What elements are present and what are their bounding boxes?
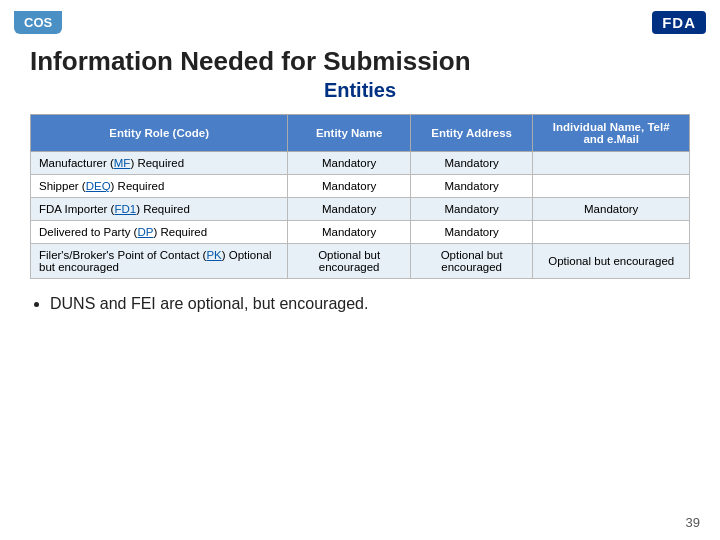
cell-individual bbox=[533, 175, 690, 198]
fda-logo: FDA bbox=[652, 11, 706, 34]
col-header-name: Entity Name bbox=[288, 115, 411, 152]
cell-role: Shipper (DEQ) Required bbox=[31, 175, 288, 198]
cell-address: Mandatory bbox=[410, 221, 533, 244]
table-row: FDA Importer (FD1) RequiredMandatoryMand… bbox=[31, 198, 690, 221]
cell-name: Mandatory bbox=[288, 221, 411, 244]
cell-address: Mandatory bbox=[410, 198, 533, 221]
main-title: Information Needed for Submission bbox=[30, 46, 690, 77]
cell-individual: Mandatory bbox=[533, 198, 690, 221]
top-bar: COS FDA bbox=[0, 0, 720, 38]
cell-individual bbox=[533, 221, 690, 244]
table-row: Shipper (DEQ) RequiredMandatoryMandatory bbox=[31, 175, 690, 198]
cell-role: Filer's/Broker's Point of Contact (PK) O… bbox=[31, 244, 288, 279]
table-row: Delivered to Party (DP) RequiredMandator… bbox=[31, 221, 690, 244]
cell-address: Mandatory bbox=[410, 175, 533, 198]
col-header-role: Entity Role (Code) bbox=[31, 115, 288, 152]
page-content: Information Needed for Submission Entiti… bbox=[0, 38, 720, 323]
bullet-text: DUNS and FEI are optional, but encourage… bbox=[50, 295, 368, 312]
cell-address: Optional but encouraged bbox=[410, 244, 533, 279]
table-row: Filer's/Broker's Point of Contact (PK) O… bbox=[31, 244, 690, 279]
bullet-item: DUNS and FEI are optional, but encourage… bbox=[50, 295, 690, 313]
cell-name: Mandatory bbox=[288, 198, 411, 221]
table-row: Manufacturer (MF) RequiredMandatoryManda… bbox=[31, 152, 690, 175]
cell-name: Mandatory bbox=[288, 175, 411, 198]
col-header-individual: Individual Name, Tel# and e.Mail bbox=[533, 115, 690, 152]
cell-address: Mandatory bbox=[410, 152, 533, 175]
bullet-section: DUNS and FEI are optional, but encourage… bbox=[30, 295, 690, 313]
entities-table: Entity Role (Code) Entity Name Entity Ad… bbox=[30, 114, 690, 279]
col-header-address: Entity Address bbox=[410, 115, 533, 152]
page-number: 39 bbox=[686, 515, 700, 530]
cell-name: Mandatory bbox=[288, 152, 411, 175]
cell-individual bbox=[533, 152, 690, 175]
sub-title: Entities bbox=[30, 79, 690, 102]
cell-role: FDA Importer (FD1) Required bbox=[31, 198, 288, 221]
table-header-row: Entity Role (Code) Entity Name Entity Ad… bbox=[31, 115, 690, 152]
cos-badge: COS bbox=[14, 11, 62, 34]
cell-role: Manufacturer (MF) Required bbox=[31, 152, 288, 175]
cell-name: Optional but encouraged bbox=[288, 244, 411, 279]
cell-role: Delivered to Party (DP) Required bbox=[31, 221, 288, 244]
cell-individual: Optional but encouraged bbox=[533, 244, 690, 279]
